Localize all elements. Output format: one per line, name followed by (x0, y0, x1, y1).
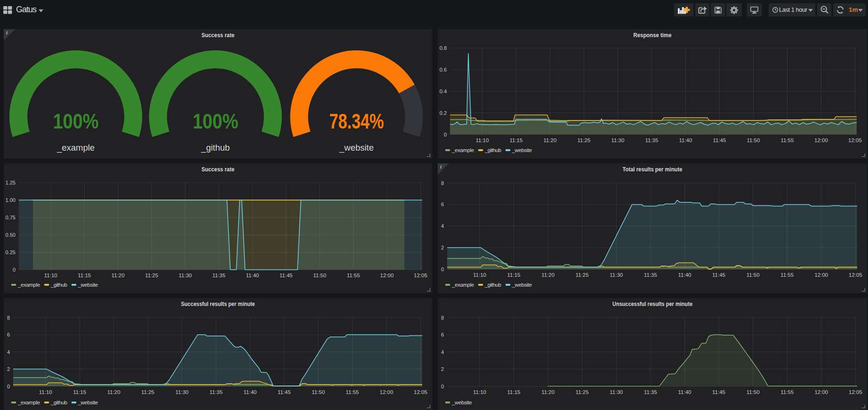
svg-text:6: 6 (441, 332, 444, 338)
svg-text:12:05: 12:05 (849, 389, 862, 395)
svg-text:11:50: 11:50 (313, 273, 326, 278)
svg-text:2: 2 (441, 245, 444, 250)
svg-text:11:35: 11:35 (212, 273, 225, 278)
svg-text:11:55: 11:55 (346, 389, 359, 395)
svg-text:11:30: 11:30 (611, 137, 624, 143)
svg-text:11:20: 11:20 (541, 389, 555, 395)
svg-text:11:55: 11:55 (780, 137, 794, 143)
svg-text:12:00: 12:00 (380, 389, 394, 395)
svg-text:0: 0 (444, 132, 447, 137)
svg-text:Success rate: Success rate (201, 32, 234, 39)
svg-text:11:45: 11:45 (278, 389, 291, 395)
svg-text:12:00: 12:00 (814, 137, 828, 143)
svg-text:Total results per minute: Total results per minute (623, 166, 683, 173)
svg-text:2: 2 (7, 366, 10, 372)
svg-text:11:35: 11:35 (209, 389, 223, 395)
svg-text:11:15: 11:15 (507, 389, 521, 395)
svg-text:6: 6 (441, 201, 444, 207)
svg-text:0: 0 (441, 384, 444, 389)
svg-text:100%: 100% (53, 110, 99, 133)
svg-text:2: 2 (441, 366, 444, 372)
svg-text:12:00: 12:00 (814, 272, 828, 278)
svg-text:1.25: 1.25 (6, 180, 16, 185)
svg-text:11:20: 11:20 (112, 273, 125, 278)
svg-text:_example: _example (56, 143, 95, 153)
svg-text:11:15: 11:15 (78, 273, 91, 278)
svg-text:11:10: 11:10 (39, 389, 52, 395)
svg-text:12:05: 12:05 (848, 137, 862, 143)
svg-text:11:55: 11:55 (780, 272, 794, 278)
svg-text:11:50: 11:50 (747, 272, 760, 278)
svg-text:11:30: 11:30 (610, 272, 623, 278)
svg-text:Unsuccessful results per minut: Unsuccessful results per minute (612, 300, 692, 307)
svg-text:0: 0 (441, 266, 444, 272)
svg-text:1.00: 1.00 (6, 197, 16, 203)
svg-text:12:00: 12:00 (380, 273, 394, 278)
svg-text:11:50: 11:50 (747, 389, 760, 395)
svg-text:11:40: 11:40 (243, 389, 257, 395)
svg-text:4: 4 (7, 349, 10, 355)
svg-text:11:10: 11:10 (473, 389, 486, 395)
svg-text:0.25: 0.25 (6, 249, 16, 255)
svg-text:11:50: 11:50 (747, 137, 760, 143)
svg-text:11:20: 11:20 (543, 137, 556, 143)
svg-text:0.2: 0.2 (440, 110, 447, 116)
svg-text:12:05: 12:05 (414, 389, 427, 395)
svg-text:100%: 100% (193, 110, 238, 133)
svg-text:11:25: 11:25 (145, 273, 158, 278)
svg-text:8: 8 (441, 180, 444, 186)
svg-text:11:10: 11:10 (475, 137, 489, 143)
svg-text:_github: _github (201, 143, 230, 153)
svg-text:11:25: 11:25 (577, 137, 590, 143)
svg-text:12:05: 12:05 (414, 273, 427, 278)
svg-text:11:30: 11:30 (176, 389, 189, 395)
svg-text:Success rate: Success rate (201, 166, 234, 173)
svg-text:11:40: 11:40 (678, 389, 691, 395)
svg-text:11:45: 11:45 (280, 273, 293, 278)
svg-text:11:15: 11:15 (507, 272, 521, 278)
svg-text:11:10: 11:10 (44, 273, 57, 278)
svg-text:11:35: 11:35 (645, 137, 658, 143)
svg-text:4: 4 (441, 349, 444, 355)
svg-text:0.8: 0.8 (440, 45, 447, 51)
svg-text:11:25: 11:25 (576, 389, 589, 395)
svg-text:8: 8 (7, 315, 10, 321)
svg-text:11:45: 11:45 (712, 389, 725, 395)
svg-text:Successful results per minute: Successful results per minute (181, 300, 255, 307)
svg-text:0.50: 0.50 (6, 232, 16, 238)
svg-text:11:20: 11:20 (541, 272, 555, 278)
svg-text:8: 8 (441, 315, 444, 321)
svg-text:4: 4 (441, 223, 444, 229)
svg-text:11:45: 11:45 (712, 272, 725, 278)
svg-text:12:00: 12:00 (814, 389, 828, 395)
svg-text:11:45: 11:45 (713, 137, 726, 143)
svg-text:6: 6 (7, 332, 10, 338)
svg-text:11:55: 11:55 (347, 273, 360, 278)
svg-text:11:10: 11:10 (473, 272, 486, 278)
svg-text:0.4: 0.4 (440, 88, 447, 94)
svg-text:11:30: 11:30 (610, 389, 623, 395)
svg-text:11:35: 11:35 (644, 389, 657, 395)
svg-text:11:15: 11:15 (509, 137, 522, 143)
svg-text:11:40: 11:40 (678, 272, 691, 278)
svg-text:12:05: 12:05 (849, 272, 862, 278)
svg-text:0.75: 0.75 (6, 215, 16, 220)
svg-text:11:55: 11:55 (780, 389, 794, 395)
svg-text:11:15: 11:15 (73, 389, 86, 395)
svg-text:11:35: 11:35 (644, 272, 657, 278)
svg-text:11:40: 11:40 (679, 137, 692, 143)
svg-text:_website: _website (339, 143, 374, 153)
svg-text:11:30: 11:30 (179, 273, 192, 278)
svg-text:Response time: Response time (634, 32, 672, 39)
svg-text:78.34%: 78.34% (330, 110, 384, 133)
svg-text:11:40: 11:40 (246, 273, 259, 278)
svg-text:0: 0 (7, 384, 10, 389)
svg-text:11:50: 11:50 (312, 389, 325, 395)
svg-text:11:25: 11:25 (576, 272, 589, 278)
svg-text:11:25: 11:25 (141, 389, 154, 395)
svg-text:11:20: 11:20 (107, 389, 121, 395)
svg-text:0.6: 0.6 (440, 67, 447, 72)
svg-text:0: 0 (13, 267, 16, 273)
